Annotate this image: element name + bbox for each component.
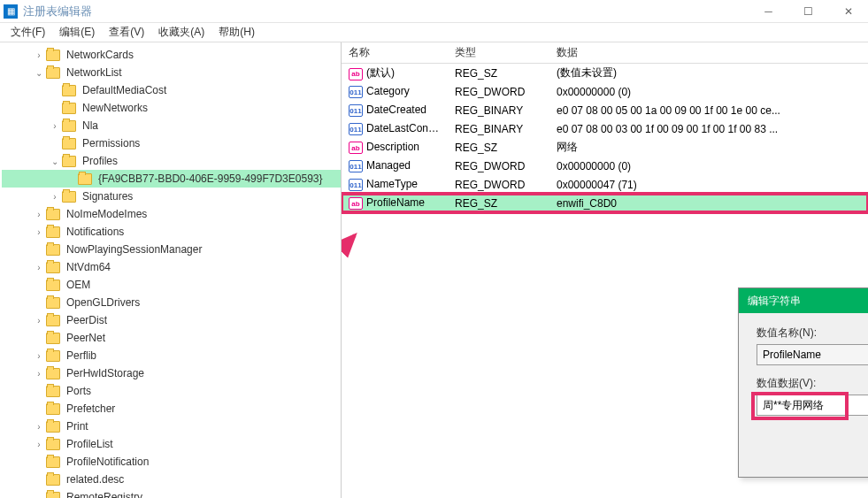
cell-name: abProfileName: [342, 195, 448, 211]
list-pane[interactable]: 名称 类型 数据 ab(默认)REG_SZ(数值未设置)011CategoryR…: [342, 42, 868, 498]
string-value-icon: ab: [349, 142, 363, 154]
folder-icon: [46, 297, 60, 309]
maximize-button[interactable]: ☐: [788, 0, 828, 23]
tree-item[interactable]: related.desc: [2, 471, 341, 488]
folder-icon: [62, 103, 76, 114]
tree-item[interactable]: ›ProfileList: [2, 435, 341, 453]
expand-icon[interactable]: ›: [34, 263, 44, 272]
header-name[interactable]: 名称: [342, 42, 448, 64]
expand-icon[interactable]: ›: [50, 121, 60, 131]
folder-icon: [46, 50, 60, 61]
tree-item[interactable]: OEM: [2, 276, 341, 294]
tree-item[interactable]: ›Signatures: [2, 188, 341, 205]
tree-item[interactable]: Ports: [2, 382, 341, 400]
tree-item[interactable]: ›Perflib: [2, 347, 341, 364]
expand-icon[interactable]: ›: [34, 351, 44, 361]
header-type[interactable]: 类型: [448, 42, 549, 64]
tree-item[interactable]: DefaultMediaCost: [2, 81, 341, 99]
cell-type: REG_BINARY: [448, 103, 549, 118]
tree-item[interactable]: ⌄Profiles: [2, 152, 341, 170]
list-row[interactable]: ab(默认)REG_SZ(数值未设置): [342, 64, 868, 82]
tree-item[interactable]: ⌄NetworkList: [2, 64, 341, 81]
tree-item[interactable]: NewNetworks: [2, 99, 341, 117]
tree-item-label: Profiles: [80, 154, 120, 168]
binary-value-icon: 011: [349, 104, 363, 117]
tree-item-label: OpenGLDrivers: [64, 295, 142, 310]
tree-item-label: PerHwIdStorage: [64, 366, 147, 380]
tree-item[interactable]: ›NtVdm64: [2, 258, 341, 276]
list-row[interactable]: abDescriptionREG_SZ网络: [342, 138, 868, 157]
expand-icon[interactable]: ⌄: [34, 68, 44, 78]
value-data-input[interactable]: [757, 395, 868, 416]
tree-item[interactable]: {FA9CBB77-BBD0-406E-9959-499F7D3E0593}: [2, 170, 341, 188]
cell-name: 011NameType: [342, 177, 448, 193]
value-name: Description: [366, 141, 419, 153]
menu-favorites[interactable]: 收藏夹(A): [151, 23, 211, 42]
cell-name: 011DateCreated: [342, 103, 448, 119]
cell-data: enwifi_C8D0: [549, 196, 868, 211]
folder-icon: [62, 120, 76, 132]
menubar: 文件(F) 编辑(E) 查看(V) 收藏夹(A) 帮助(H): [0, 23, 868, 42]
folder-icon: [46, 315, 60, 326]
expand-icon[interactable]: ›: [34, 440, 44, 449]
tree-item[interactable]: ProfileNotification: [2, 453, 341, 471]
cell-name: ab(默认): [342, 65, 448, 81]
expand-icon[interactable]: ⌄: [50, 157, 60, 166]
dialog-titlebar[interactable]: 编辑字符串 ✕: [739, 288, 868, 313]
cell-type: REG_DWORD: [448, 159, 549, 173]
tree-item-label: NtVdm64: [64, 260, 113, 274]
tree-pane[interactable]: ›NetworkCards⌄NetworkListDefaultMediaCos…: [0, 42, 342, 498]
expand-icon[interactable]: ›: [34, 422, 44, 432]
tree-item-label: Permissions: [80, 136, 142, 150]
tree-item[interactable]: ›Nla: [2, 117, 341, 134]
folder-icon: [46, 492, 60, 499]
expand-icon[interactable]: ›: [34, 316, 44, 326]
tree-item[interactable]: NowPlayingSessionManager: [2, 241, 341, 258]
cell-data: 0x00000047 (71): [549, 178, 868, 192]
tree-item[interactable]: RemoteRegistry: [2, 488, 341, 498]
tree-item[interactable]: ›NoImeModeImes: [2, 205, 341, 223]
list-row[interactable]: abProfileNameREG_SZenwifi_C8D0: [342, 194, 868, 212]
menu-file[interactable]: 文件(F): [4, 23, 52, 42]
tree-item[interactable]: Prefetcher: [2, 400, 341, 418]
tree-item[interactable]: OpenGLDrivers: [2, 294, 341, 311]
menu-help[interactable]: 帮助(H): [211, 23, 262, 42]
cell-name: 011Category: [342, 84, 448, 100]
value-name: (默认): [366, 66, 395, 79]
value-data-label: 数值数据(V):: [757, 376, 868, 391]
menu-view[interactable]: 查看(V): [102, 23, 151, 42]
tree-item[interactable]: ›PeerDist: [2, 311, 341, 329]
expand-icon[interactable]: ›: [34, 210, 44, 219]
tree-item-label: NoImeModeImes: [64, 207, 150, 221]
header-data[interactable]: 数据: [549, 42, 868, 64]
tree-item-label: Ports: [64, 384, 94, 398]
expand-icon[interactable]: ›: [34, 50, 44, 60]
value-name-input[interactable]: [757, 344, 868, 365]
value-name: DateLastConn...: [366, 122, 443, 134]
tree-item[interactable]: ›Notifications: [2, 223, 341, 241]
tree-item-label: Print: [64, 419, 91, 433]
expand-icon[interactable]: ›: [50, 192, 60, 202]
tree-item[interactable]: Permissions: [2, 134, 341, 152]
tree-item[interactable]: PeerNet: [2, 329, 341, 347]
close-button[interactable]: ✕: [828, 0, 868, 23]
tree-item[interactable]: ›NetworkCards: [2, 46, 341, 64]
expand-icon[interactable]: ›: [34, 369, 44, 379]
tree-item-label: NowPlayingSessionManager: [64, 242, 204, 257]
expand-icon[interactable]: ›: [34, 227, 44, 237]
binary-value-icon: 011: [349, 86, 363, 98]
value-name: Category: [366, 85, 410, 97]
tree-item[interactable]: ›PerHwIdStorage: [2, 364, 341, 382]
folder-icon: [46, 280, 60, 291]
list-row[interactable]: 011DateCreatedREG_BINARYe0 07 08 00 05 0…: [342, 101, 868, 119]
list-row[interactable]: 011CategoryREG_DWORD0x00000000 (0): [342, 82, 868, 101]
menu-edit[interactable]: 编辑(E): [52, 23, 102, 42]
titlebar: 注册表编辑器 ─ ☐ ✕: [0, 0, 868, 23]
list-row[interactable]: 011ManagedREG_DWORD0x00000000 (0): [342, 157, 868, 175]
list-row[interactable]: 011DateLastConn...REG_BINARYe0 07 08 00 …: [342, 119, 868, 138]
annotation-arrow: [342, 228, 364, 281]
folder-icon: [46, 421, 60, 433]
list-row[interactable]: 011NameTypeREG_DWORD0x00000047 (71): [342, 175, 868, 194]
minimize-button[interactable]: ─: [749, 0, 788, 23]
tree-item[interactable]: ›Print: [2, 418, 341, 435]
